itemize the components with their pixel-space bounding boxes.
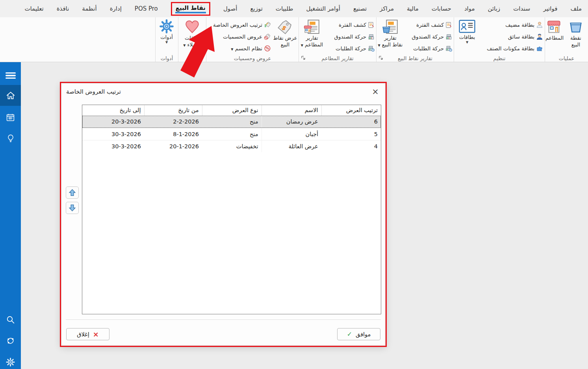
table-row-selected[interactable]: 6 عرض رمضان منح 2-2-2026 20-3-2026 — [82, 116, 381, 128]
period-statement-icon — [445, 22, 452, 28]
pos-reports-button[interactable]: تقارير نقاط البيع ▼ — [378, 19, 403, 49]
special-offers-order-dialog: ترتيب العروض الخاصة × ترتيب العرض الاسم … — [61, 83, 386, 346]
sidebar-item-calendar[interactable] — [0, 109, 21, 126]
restaurants-button[interactable]: المطاعم — [543, 19, 566, 41]
menu-accounts[interactable]: حسابات — [432, 5, 451, 12]
driver-card-label: بطاقة سائق — [508, 33, 534, 40]
restaurant-reports-button[interactable]: تقارير المطاعم ▼ — [300, 19, 324, 49]
host-card-item[interactable]: بطاقة مضيف — [505, 20, 543, 30]
cell-order: 6 — [321, 116, 381, 128]
menu-distribution[interactable]: توزيع — [250, 5, 263, 12]
driver-person-icon — [536, 33, 543, 40]
move-up-button[interactable] — [66, 186, 79, 199]
rest-cash-movement-item[interactable]: حركة الصندوق — [334, 31, 375, 42]
col-to-date[interactable]: إلى تاريخ — [82, 105, 144, 116]
order-special-offers-item[interactable]: ترتيب العروض الخاصة — [213, 20, 271, 30]
group-title-offers: عروض وحسميات — [206, 55, 299, 61]
restaurant-reports-button-label1: تقارير — [306, 35, 318, 41]
rest-orders-movement-item[interactable]: حركة الطلبات — [336, 43, 375, 54]
menu-materials[interactable]: مواد — [464, 5, 475, 12]
cell-from-date: 2-2-2026 — [173, 118, 199, 125]
menu-administration[interactable]: إدارة — [110, 5, 122, 12]
sidebar-item-home[interactable] — [0, 85, 21, 106]
table-row[interactable]: 5 أجبان منح 8-1-2026 30-3-2026 — [82, 128, 381, 140]
orders-movement-icon — [445, 45, 452, 52]
discount-system-caret-icon: ▼ — [231, 48, 233, 51]
restaurants-button-label: المطاعم — [545, 35, 564, 41]
discount-offers-item[interactable]: % عروض الحسميات — [223, 31, 271, 42]
sidebar-menu-button[interactable] — [0, 67, 21, 84]
lightbulb-icon — [6, 134, 15, 143]
menu-systems[interactable]: أنظمة — [82, 5, 96, 12]
cell-order: 5 — [321, 128, 381, 140]
cash-register-icon — [445, 33, 452, 40]
pos-period-statement-label: كشف الفترة — [416, 22, 444, 28]
col-from-date[interactable]: من تاريخ — [144, 105, 202, 116]
pos-cash-movement-item[interactable]: حركة الصندوق — [412, 31, 452, 42]
settings-gear-icon — [6, 357, 15, 367]
menu-file[interactable]: ملف — [570, 5, 582, 12]
customer-relations-caret-icon: ▼ — [183, 44, 185, 47]
dialog-close-icon[interactable]: × — [369, 86, 381, 98]
puzzle-icon — [536, 45, 543, 52]
menu-centers[interactable]: مراكز — [380, 5, 394, 12]
restaurant-reports-icon — [304, 19, 320, 35]
pos-orders-movement-item[interactable]: حركة الطلبات — [413, 43, 452, 54]
ok-button[interactable]: ✓ موافق — [337, 328, 380, 340]
offers-table: ترتيب العرض الاسم نوع العرض من تاريخ إلى… — [82, 105, 381, 152]
pos-reports-button-label2: نقاط البيع ▼ — [378, 41, 403, 49]
col-offer-order[interactable]: ترتيب العرض — [321, 105, 381, 116]
period-statement-icon — [368, 22, 375, 28]
sidebar-settings-button[interactable] — [0, 353, 21, 369]
move-down-button[interactable] — [66, 202, 79, 214]
menu-assets[interactable]: أصول — [223, 5, 237, 12]
menu-customers[interactable]: زبائن — [488, 5, 501, 12]
hamburger-icon — [6, 71, 16, 80]
ribbon-group-operations: نقطة البيع المطاعم عمليات — [545, 17, 588, 62]
rest-period-statement-item[interactable]: كشف الفترة — [339, 20, 375, 30]
cell-type: تخفيضات — [202, 140, 262, 152]
host-person-icon — [536, 21, 543, 28]
driver-card-item[interactable]: بطاقة سائق — [508, 31, 543, 42]
menu-work-orders[interactable]: أوامر التشغيل — [306, 5, 340, 12]
customer-relations-button[interactable]: علاقات العملاء ▼ — [181, 19, 204, 49]
col-offer-type[interactable]: نوع العرض — [202, 105, 262, 116]
menu-finance[interactable]: مالية — [407, 5, 419, 12]
share-network-icon — [6, 336, 15, 346]
dialog-titlebar[interactable]: ترتيب العروض الخاصة × — [61, 83, 385, 100]
pos-button[interactable]: نقطة البيع — [564, 19, 587, 48]
pos-period-statement-item[interactable]: كشف الفترة — [416, 20, 452, 30]
gear-icon — [159, 19, 174, 34]
arrow-down-icon — [69, 204, 76, 212]
tools-button[interactable]: أدوات ▼ — [156, 19, 177, 44]
sidebar-item-ideas[interactable] — [0, 130, 21, 147]
cards-button[interactable]: بطاقات ▼ — [456, 19, 479, 44]
pos-orders-movement-label: حركة الطلبات — [413, 45, 444, 52]
menu-window[interactable]: نافذة — [57, 5, 69, 12]
discount-system-item[interactable]: % نظام الحسم ▼ — [231, 43, 271, 54]
components-card-item[interactable]: بطاقة مكونات الصنف — [487, 43, 543, 54]
group-title-organize: تنظيم — [454, 55, 545, 61]
table-row[interactable]: 4 عرض العائلة تخفيضات 20-1-2026 30-3-202… — [82, 140, 381, 152]
menu-orders[interactable]: طلبيات — [276, 5, 293, 12]
sidebar-search-button[interactable] — [0, 311, 21, 328]
menu-pos-selected[interactable]: نقاط البيع — [171, 2, 210, 16]
menu-vouchers[interactable]: سندات — [513, 5, 530, 12]
sidebar-share-button[interactable] — [0, 332, 21, 349]
discount-system-label: نظام الحسم ▼ — [231, 45, 262, 52]
menu-manufacturing[interactable]: تصنيع — [353, 5, 367, 12]
close-button[interactable]: إغلاق × — [66, 328, 109, 340]
menu-invoices[interactable]: فواتير — [543, 5, 557, 12]
menu-pos-pro[interactable]: POS Pro — [135, 5, 158, 12]
rest-orders-movement-label: حركة الطلبات — [336, 45, 366, 52]
offers-table-header-row: ترتيب العرض الاسم نوع العرض من تاريخ إلى… — [82, 105, 381, 116]
svg-text:%: % — [265, 36, 268, 40]
ribbon-group-pos-reports: كشف الفترة حركة الصندوق — [376, 17, 454, 62]
col-name[interactable]: الاسم — [262, 105, 321, 116]
menu-pos-label: نقاط البيع — [176, 4, 206, 11]
menu-help[interactable]: تعليمات — [24, 5, 43, 12]
pos-button-label2: البيع — [571, 41, 580, 48]
pos-offer-label2: البيع — [281, 41, 289, 48]
pos-offer-button[interactable]: $ عرض نقاط البيع — [273, 19, 297, 48]
cell-name: أجبان — [262, 128, 321, 140]
